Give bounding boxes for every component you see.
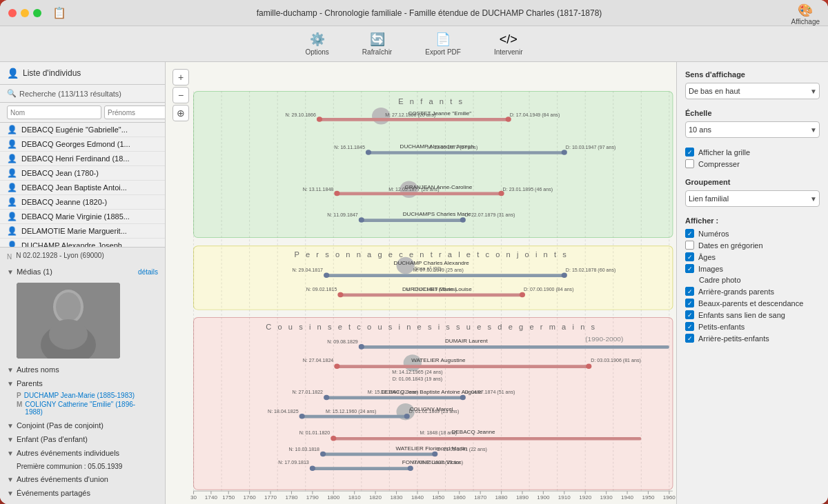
svg-rect-61 (326, 274, 564, 277)
svg-text:M: 14.12.1965 (24 ans): M: 14.12.1965 (24 ans) (392, 370, 442, 376)
affichage-button[interactable]: 🎨 Affichage (791, 3, 820, 26)
svg-rect-31 (319, 118, 509, 121)
dates-gregorien-checkbox[interactable] (685, 241, 694, 250)
photo-image (17, 283, 120, 359)
list-item[interactable]: 👤 DEBACQ Jean (1780-) (0, 166, 165, 181)
arriere-petits-enfants-checkbox[interactable]: ✓ (685, 334, 694, 343)
collapse-icon: ▼ (7, 380, 14, 387)
beaux-parents-checkbox[interactable]: ✓ (685, 299, 694, 308)
person-list[interactable]: 👤 DEBACQ Eugénie "Gabrielle"... 👤 DEBACQ… (0, 123, 165, 247)
enfant-section-header[interactable]: ▼ Enfant (Pas d'enfant) (7, 432, 158, 446)
minimize-button[interactable] (21, 9, 29, 17)
person-icon: 👤 (7, 154, 17, 163)
nom-input[interactable] (7, 105, 101, 119)
svg-text:1890: 1890 (516, 495, 529, 501)
beaux-parents-label: Beaux-parents et descendance (698, 299, 803, 308)
parent-m-link[interactable]: COLIGNY Catherine "Emilie" (1896-1988) (25, 401, 148, 416)
list-item[interactable]: 👤 DUCHAMP Alexandre Joseph... (0, 239, 165, 247)
list-item[interactable]: 👤 DEBACQ Eugénie "Gabrielle"... (0, 123, 165, 137)
collapse-icon: ▼ (7, 366, 14, 374)
svg-rect-108 (323, 453, 435, 456)
medias-section-header[interactable]: ▼ Médias (1) détails (7, 265, 158, 279)
svg-text:1940: 1940 (621, 495, 634, 501)
echelle-label: Échelle (685, 109, 820, 117)
collapse-icon: ▼ (7, 490, 14, 497)
svg-text:E n f a n t s: E n f a n t s (398, 98, 464, 106)
timeline-svg: E n f a n t s P e r s o n n a g e c e n … (166, 62, 676, 504)
person-icon: 👤 (7, 125, 17, 134)
svg-point-48 (499, 191, 504, 196)
svg-text:1750: 1750 (222, 495, 235, 501)
autres-ev-ind-section-header[interactable]: ▼ Autres événements individuels (7, 446, 158, 460)
svg-point-63 (562, 272, 567, 278)
svg-text:1900: 1900 (537, 495, 550, 501)
svg-text:1850: 1850 (432, 495, 445, 501)
evenements-partages-section-header[interactable]: ▼ Événements partagés (7, 486, 158, 500)
groupement-select[interactable]: Lien familial (685, 190, 820, 207)
autres-noms-section-header[interactable]: ▼ Autres noms (7, 363, 158, 376)
list-item[interactable]: 👤 DEBACQ Henri Ferdinand (18... (0, 152, 165, 166)
list-item[interactable]: 👤 DELAMOTIE Marie Marguerit... (0, 224, 165, 239)
prenom-input[interactable] (104, 105, 166, 119)
list-item[interactable]: 👤 DEBACQ Jean Baptiste Antoi... (0, 181, 165, 195)
list-item[interactable]: 👤 DEBACQ Georges Edmond (1... (0, 137, 165, 152)
svg-point-76 (359, 344, 364, 350)
parent-p-link[interactable]: DUCHAMP Jean-Marie (1885-1983) (24, 392, 135, 399)
list-item[interactable]: 👤 DEBACQ Jeanne (1820-) (0, 195, 165, 210)
options-icon: ⚙️ (310, 32, 325, 47)
toolbar: 🎨 Affichage ⚙️ Options 🔄 Rafraîchir 📄 Ex… (0, 26, 828, 62)
svg-text:N: 17.09.1813: N: 17.09.1813 (278, 461, 309, 465)
svg-point-115 (310, 465, 315, 471)
refresh-button[interactable]: 🔄 Rafraîchir (357, 29, 397, 59)
list-item[interactable]: 👤 DEBACQ Marie Virginie (1885... (0, 210, 165, 224)
svg-point-47 (334, 191, 339, 196)
afficher-grille-label: Afficher la grille (698, 148, 750, 157)
svg-text:N: 29.10.1866: N: 29.10.1866 (285, 112, 316, 117)
birth-marker-n: N (7, 253, 12, 261)
groupement-select-wrapper[interactable]: Lien familial ▼ (685, 190, 820, 207)
petits-enfants-row: ✓ Petits-enfants (685, 322, 820, 331)
svg-point-62 (324, 272, 329, 278)
sens-affichage-select-wrapper[interactable]: De bas en haut ▼ (685, 83, 820, 99)
search-bar: 🔍 Recherche (113/113 résultats) (0, 85, 165, 103)
fullscreen-button[interactable] (33, 9, 41, 17)
timeline-area[interactable]: + − ⊕ E n f a n t s P e r s o n n a g e … (166, 62, 676, 504)
svg-rect-38 (368, 151, 564, 154)
echelle-select[interactable]: 10 ans (685, 121, 820, 138)
svg-text:D: 04.07.1874 (51 ans): D: 04.07.1874 (51 ans) (465, 390, 515, 395)
compresser-checkbox[interactable] (685, 159, 694, 168)
enfants-sans-lien-label: Enfants sans lien de sang (698, 311, 785, 319)
afficher-section: Afficher : ✓ Numéros Dates en grégorien … (685, 216, 820, 343)
svg-text:N: 10.03.1818: N: 10.03.1818 (288, 447, 319, 452)
svg-text:1840: 1840 (411, 495, 424, 501)
images-checkbox[interactable]: ✓ (685, 264, 694, 273)
arriere-grands-parents-checkbox[interactable]: ✓ (685, 287, 694, 296)
intervenir-button[interactable]: </> Intervenir (489, 30, 529, 59)
numeros-checkbox[interactable]: ✓ (685, 229, 694, 238)
autres-ev-union-section-header[interactable]: ▼ Autres événements d'union (7, 472, 158, 486)
svg-point-89 (324, 395, 329, 401)
sens-affichage-select[interactable]: De bas en haut (685, 83, 820, 99)
echelle-select-wrapper[interactable]: 10 ans ▼ (685, 121, 820, 138)
afficher-grille-checkbox[interactable]: ✓ (685, 148, 694, 157)
petits-enfants-checkbox[interactable]: ✓ (685, 322, 694, 331)
svg-text:M: 12.05.1877 (26 ans): M: 12.05.1877 (26 ans) (388, 187, 439, 192)
options-button[interactable]: ⚙️ Options (299, 29, 334, 59)
enfants-sans-lien-checkbox[interactable]: ✓ (685, 310, 694, 319)
locate-button[interactable]: ⊕ (172, 105, 189, 121)
conjoint-section-header[interactable]: ▼ Conjoint (Pas de conjoint) (7, 419, 158, 432)
close-button[interactable] (8, 9, 17, 17)
zoom-in-button[interactable]: + (172, 69, 189, 85)
export-pdf-button[interactable]: 📄 Export PDF (420, 29, 466, 59)
svg-text:M: 1848 (18 ans): M: 1848 (18 ans) (420, 430, 457, 436)
svg-point-90 (460, 395, 466, 401)
svg-text:N: 11.09.1847: N: 11.09.1847 (327, 213, 358, 218)
svg-point-98 (404, 414, 410, 419)
ages-checkbox[interactable]: ✓ (685, 252, 694, 261)
svg-text:1880: 1880 (495, 495, 509, 501)
parents-section-header[interactable]: ▼ Parents (7, 376, 158, 390)
zoom-out-button[interactable]: − (172, 87, 189, 103)
svg-point-81 (334, 363, 339, 369)
svg-point-39 (366, 150, 371, 155)
svg-point-70 (520, 292, 525, 298)
